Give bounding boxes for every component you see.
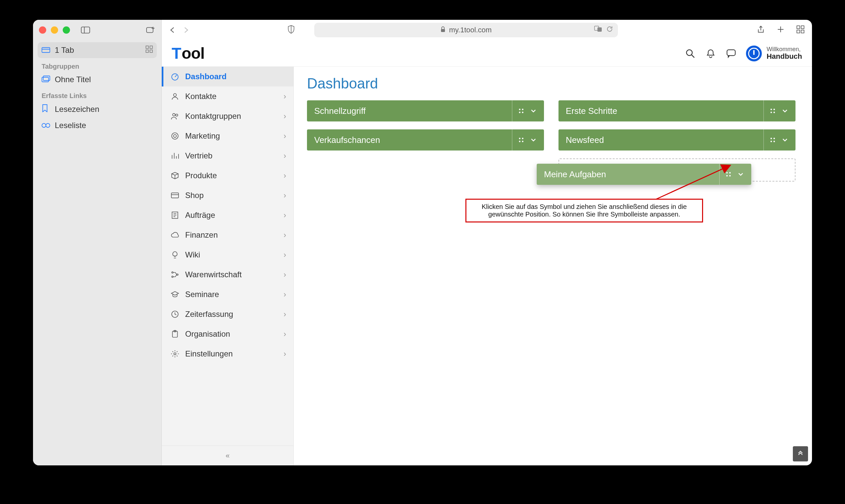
sidebar-item-shop[interactable]: Shop›	[162, 185, 293, 205]
chevron-right-icon: ›	[284, 111, 286, 121]
logo[interactable]: Tool	[172, 44, 204, 62]
sidebar-item-kontakte[interactable]: Kontakte›	[162, 87, 293, 106]
safari-toolbar: my.1tool.com	[162, 20, 812, 40]
sidebar-item-einstellungen[interactable]: Einstellungen›	[162, 344, 293, 364]
chevron-down-icon[interactable]	[530, 137, 537, 143]
target-icon	[170, 132, 180, 140]
svg-rect-18	[801, 26, 804, 29]
sidebar-item-finanzen[interactable]: Finanzen›	[162, 225, 293, 245]
drag-handle-icon[interactable]	[725, 171, 732, 177]
logo-prefix: T	[172, 44, 181, 62]
scroll-to-top-button[interactable]	[793, 446, 808, 462]
back-button[interactable]	[169, 26, 176, 34]
chevron-down-icon[interactable]	[737, 171, 744, 178]
svg-rect-19	[797, 30, 800, 33]
translate-icon[interactable]	[594, 25, 602, 35]
sidebar-item-label: Finanzen	[185, 230, 218, 240]
svg-point-58	[726, 172, 728, 174]
widget-drop-placeholder[interactable]: Meine Aufgaben	[558, 158, 795, 182]
svg-rect-3	[42, 48, 50, 53]
welcome-label: Willkommen,	[767, 46, 802, 53]
forward-button[interactable]	[182, 26, 190, 34]
sidebar-item-kontaktgruppen[interactable]: Kontaktgruppen›	[162, 106, 293, 126]
collapse-sidebar-button[interactable]: «	[162, 446, 293, 465]
safari-tabs-label: 1 Tab	[55, 46, 74, 55]
svg-point-21	[687, 50, 693, 55]
shield-icon[interactable]	[287, 25, 295, 35]
reload-icon[interactable]	[606, 25, 613, 35]
user-text: Willkommen, Handbuch	[767, 46, 802, 61]
svg-rect-7	[146, 50, 148, 53]
sidebar-item-warenwirtschaft[interactable]: Warenwirtschaft›	[162, 265, 293, 285]
widget-quickaccess[interactable]: Schnellzugriff	[307, 100, 544, 122]
drag-handle-icon[interactable]	[518, 137, 524, 143]
chevron-down-icon[interactable]	[781, 108, 788, 114]
grid-icon[interactable]	[146, 46, 153, 55]
minimize-window-button[interactable]	[51, 26, 58, 34]
window-controls	[39, 26, 70, 34]
address-bar[interactable]: my.1tool.com	[314, 23, 618, 37]
drag-handle-icon[interactable]	[770, 137, 776, 143]
widget-sales[interactable]: Verkaufschancen	[307, 129, 544, 150]
tab-overview-icon[interactable]	[796, 25, 805, 35]
tab-group-untitled[interactable]: Ohne Titel	[38, 72, 157, 88]
safari-tabs-row[interactable]: 1 Tab	[38, 42, 157, 58]
svg-rect-32	[171, 193, 179, 198]
chevron-down-icon[interactable]	[781, 137, 788, 143]
sidebar-item-label: Kontaktgruppen	[185, 111, 241, 121]
zoom-window-button[interactable]	[63, 26, 70, 34]
svg-point-50	[519, 138, 521, 139]
chevron-right-icon: ›	[284, 349, 286, 358]
share-icon[interactable]	[757, 25, 765, 35]
new-tab-icon[interactable]	[776, 25, 785, 35]
chevron-right-icon: ›	[284, 270, 286, 279]
svg-point-61	[729, 175, 731, 177]
sidebar-item-zeiterfassung[interactable]: Zeiterfassung›	[162, 304, 293, 324]
user-menu[interactable]: Willkommen, Handbuch	[746, 46, 802, 61]
drag-handle-icon[interactable]	[518, 108, 524, 114]
svg-point-31	[174, 135, 177, 138]
widget-newsfeed[interactable]: Newsfeed	[558, 129, 795, 150]
svg-point-47	[773, 109, 775, 110]
svg-rect-16	[597, 28, 602, 32]
svg-point-45	[522, 111, 523, 113]
sidebar-item-wiki[interactable]: Wiki›	[162, 245, 293, 265]
sidebar-item-vertrieb[interactable]: Vertrieb›	[162, 146, 293, 166]
new-tab-group-icon[interactable]	[146, 26, 156, 34]
svg-point-46	[770, 109, 772, 110]
drag-handle-icon[interactable]	[770, 108, 776, 114]
sidebar-item-dashboard[interactable]: Dashboard	[162, 67, 293, 87]
bookmarks-row[interactable]: Lesezeichen	[38, 101, 157, 118]
chevron-down-icon[interactable]	[530, 108, 537, 114]
sidebar-item-label: Einstellungen	[185, 349, 233, 358]
readinglist-row[interactable]: Leseliste	[38, 118, 157, 133]
widget-first-steps[interactable]: Erste Schritte	[558, 100, 795, 122]
sidebar-item-seminare[interactable]: Seminare›	[162, 285, 293, 304]
box-icon	[170, 171, 180, 180]
sidebar-item-aufträge[interactable]: Aufträge›	[162, 205, 293, 225]
svg-point-49	[773, 111, 775, 113]
sidebar-toggle-icon[interactable]	[80, 26, 90, 34]
chat-icon[interactable]	[725, 48, 737, 59]
widget-my-tasks-dragging[interactable]: Meine Aufgaben	[537, 164, 751, 185]
browser-window: 1 Tab Tabgruppen Ohne Titel Erfasste Lin…	[33, 20, 812, 465]
flow-icon	[170, 270, 180, 279]
svg-point-11	[42, 123, 46, 127]
svg-rect-25	[753, 50, 755, 55]
annotation-text: Klicken Sie auf das Symbol und ziehen Si…	[482, 203, 687, 218]
close-window-button[interactable]	[39, 26, 46, 34]
bell-icon[interactable]	[705, 48, 716, 59]
search-icon[interactable]	[685, 48, 696, 59]
sidebar-item-organisation[interactable]: Organisation›	[162, 324, 293, 344]
svg-point-12	[46, 123, 50, 127]
bulb-icon	[170, 251, 180, 259]
sidebar-item-marketing[interactable]: Marketing›	[162, 126, 293, 146]
address-host: my.1tool.com	[449, 26, 491, 34]
sidebar-item-label: Organisation	[185, 329, 230, 339]
chevron-right-icon: ›	[284, 131, 286, 141]
readinglist-icon	[41, 121, 50, 130]
sidebar-item-produkte[interactable]: Produkte›	[162, 166, 293, 185]
tab-groups-header: Tabgruppen	[38, 58, 157, 72]
widget-title: Erste Schritte	[566, 106, 617, 116]
svg-rect-10	[43, 76, 50, 80]
